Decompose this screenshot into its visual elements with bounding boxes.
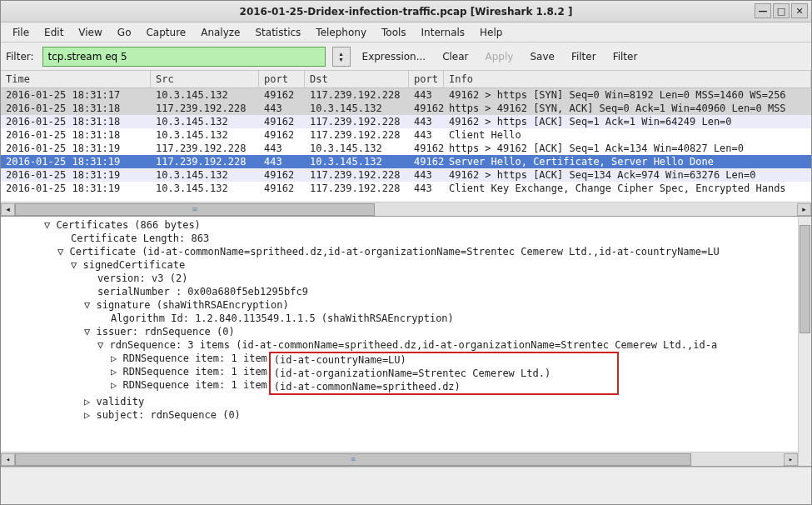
filter-button-1[interactable]: Filter [566, 49, 601, 64]
col-time[interactable]: Time [1, 71, 151, 88]
menu-edit[interactable]: Edit [37, 24, 70, 41]
packet-row[interactable]: 2016-01-25 18:31:1910.3.145.13249162117.… [1, 168, 811, 182]
packet-cell: 49162 [259, 128, 305, 142]
detail-vscrollbar[interactable] [798, 217, 811, 466]
packet-cell: 2016-01-25 18:31:17 [1, 88, 151, 102]
packet-row[interactable]: 2016-01-25 18:31:19117.239.192.22844310.… [1, 142, 811, 155]
tree-version[interactable]: version: v3 (2) [4, 272, 808, 285]
packet-cell: 10.3.145.132 [151, 115, 259, 128]
packet-cell: 117.239.192.228 [305, 168, 409, 182]
scroll-left-icon[interactable]: ◂ [1, 453, 15, 466]
packet-cell: 2016-01-25 18:31:19 [1, 155, 151, 168]
packet-cell: 49162 > https [ACK] Seq=134 Ack=974 Win=… [444, 168, 811, 182]
packet-cell: 117.239.192.228 [151, 142, 259, 155]
packet-row[interactable]: 2016-01-25 18:31:18117.239.192.22844310.… [1, 102, 811, 115]
scroll-thumb[interactable]: ≡ [15, 203, 375, 216]
window-title: 2016-01-25-Dridex-infection-traffic.pcap… [240, 6, 573, 18]
scroll-right-icon[interactable]: ▸ [784, 453, 798, 466]
filter-input[interactable] [42, 47, 326, 67]
packet-cell: 10.3.145.132 [305, 155, 409, 168]
filter-label: Filter: [6, 51, 36, 62]
tree-rdn-item-1-value: (id-at-countryName=LU) [274, 353, 614, 367]
tree-certificate[interactable]: ▽ Certificate (id-at-commonName=sprithee… [4, 245, 808, 258]
packet-cell: 49162 > https [ACK] Seq=1 Ack=1 Win=6424… [444, 115, 811, 128]
detail-vscroll-thumb[interactable] [800, 225, 810, 333]
filter-button-2[interactable]: Filter [608, 49, 643, 64]
packet-cell: 10.3.145.132 [305, 102, 409, 115]
packet-cell: 443 [409, 182, 444, 195]
tree-issuer[interactable]: ▽ issuer: rdnSequence (0) [4, 325, 808, 338]
tree-rdn-item-3-left[interactable]: ▷ RDNSequence item: 1 item [111, 378, 267, 392]
menu-statistics[interactable]: Statistics [248, 24, 307, 41]
packet-list-pane: Time Src port Dst port Info 2016-01-25 1… [1, 71, 811, 217]
packet-cell: 117.239.192.228 [151, 155, 259, 168]
window-minimize-button[interactable]: — [755, 3, 771, 18]
save-button[interactable]: Save [525, 49, 559, 64]
menu-internals[interactable]: Internals [415, 24, 472, 41]
col-srcport[interactable]: port [259, 71, 305, 88]
packet-cell: 117.239.192.228 [151, 102, 259, 115]
menu-view[interactable]: View [72, 24, 108, 41]
packet-list-rows[interactable]: 2016-01-25 18:31:1710.3.145.13249162117.… [1, 88, 811, 202]
packet-row[interactable]: 2016-01-25 18:31:19117.239.192.22844310.… [1, 155, 811, 168]
packet-row[interactable]: 2016-01-25 18:31:1810.3.145.13249162117.… [1, 128, 811, 142]
menubar: File Edit View Go Capture Analyze Statis… [1, 22, 811, 42]
tree-rdn-item-1-left[interactable]: ▷ RDNSequence item: 1 item [111, 352, 267, 365]
packet-cell: 10.3.145.132 [305, 142, 409, 155]
packet-cell: 443 [409, 128, 444, 142]
tree-cert-length[interactable]: Certificate Length: 863 [4, 232, 808, 245]
packet-cell: 49162 [259, 88, 305, 102]
apply-button[interactable]: Apply [481, 49, 519, 64]
tree-certificates[interactable]: ▽ Certificates (866 bytes) [4, 218, 808, 232]
menu-analyze[interactable]: Analyze [194, 24, 247, 41]
detail-hscrollbar[interactable]: ◂ ≡ ▸ [1, 452, 798, 466]
packet-cell: 117.239.192.228 [305, 182, 409, 195]
highlight-box: (id-at-countryName=LU) (id-at-organizati… [269, 352, 619, 395]
expression-button[interactable]: Expression... [357, 49, 431, 64]
packet-cell: 2016-01-25 18:31:19 [1, 182, 151, 195]
packet-cell: Client Key Exchange, Change Cipher Spec,… [444, 182, 811, 195]
packet-row[interactable]: 2016-01-25 18:31:1810.3.145.13249162117.… [1, 115, 811, 128]
packet-cell: 10.3.145.132 [151, 88, 259, 102]
packet-cell: 117.239.192.228 [305, 115, 409, 128]
packet-list-header: Time Src port Dst port Info [1, 71, 811, 88]
menu-capture[interactable]: Capture [139, 24, 192, 41]
packet-row[interactable]: 2016-01-25 18:31:1710.3.145.13249162117.… [1, 88, 811, 102]
tree-signed-certificate[interactable]: ▽ signedCertificate [4, 258, 808, 272]
menu-telephony[interactable]: Telephony [309, 24, 373, 41]
menu-help[interactable]: Help [473, 24, 509, 41]
packet-cell: 49162 > https [SYN] Seq=0 Win=8192 Len=0… [444, 88, 811, 102]
packet-cell: 49162 [259, 168, 305, 182]
tree-rdn-item-2-value: (id-at-organizationName=Strentec Cemerew… [274, 367, 614, 380]
packet-detail-pane[interactable]: ▽ Certificates (866 bytes) Certificate L… [1, 217, 811, 467]
tree-rdnsequence[interactable]: ▽ rdnSequence: 3 items (id-at-commonName… [4, 338, 808, 352]
tree-signature[interactable]: ▽ signature (shaWithRSAEncryption) [4, 298, 808, 312]
packet-cell: 2016-01-25 18:31:18 [1, 102, 151, 115]
tree-algorithm-id[interactable]: Algorithm Id: 1.2.840.113549.1.1.5 (shaW… [4, 312, 808, 325]
packet-cell: 2016-01-25 18:31:18 [1, 128, 151, 142]
col-src[interactable]: Src [151, 71, 259, 88]
clear-button[interactable]: Clear [437, 49, 473, 64]
packet-cell: 49162 [409, 155, 444, 168]
tree-rdn-item-2-left[interactable]: ▷ RDNSequence item: 1 item [111, 365, 267, 378]
col-info[interactable]: Info [444, 71, 811, 88]
filter-toolbar: Filter: ▴ ▾ Expression... Clear Apply Sa… [1, 42, 811, 71]
menu-tools[interactable]: Tools [375, 24, 413, 41]
menu-go[interactable]: Go [111, 24, 138, 41]
filter-history-spinner[interactable]: ▴ ▾ [332, 47, 351, 67]
tree-validity[interactable]: ▷ validity [4, 395, 808, 408]
packet-hscrollbar[interactable]: ◂ ≡ ▸ [1, 202, 811, 216]
menu-file[interactable]: File [6, 24, 36, 41]
window-close-button[interactable]: ✕ [791, 3, 808, 18]
scroll-thumb[interactable]: ≡ [15, 453, 691, 466]
col-dst[interactable]: Dst [305, 71, 409, 88]
tree-serial-number[interactable]: serialNumber : 0x00a680f5eb1295bfc9 [4, 285, 808, 298]
scroll-right-icon[interactable]: ▸ [797, 203, 811, 216]
col-dstport[interactable]: port [409, 71, 444, 88]
packet-cell: 443 [259, 102, 305, 115]
window-maximize-button[interactable]: □ [773, 3, 790, 18]
tree-subject[interactable]: ▷ subject: rdnSequence (0) [4, 408, 808, 422]
scroll-left-icon[interactable]: ◂ [1, 203, 15, 216]
window-titlebar: 2016-01-25-Dridex-infection-traffic.pcap… [1, 1, 811, 22]
packet-row[interactable]: 2016-01-25 18:31:1910.3.145.13249162117.… [1, 182, 811, 195]
